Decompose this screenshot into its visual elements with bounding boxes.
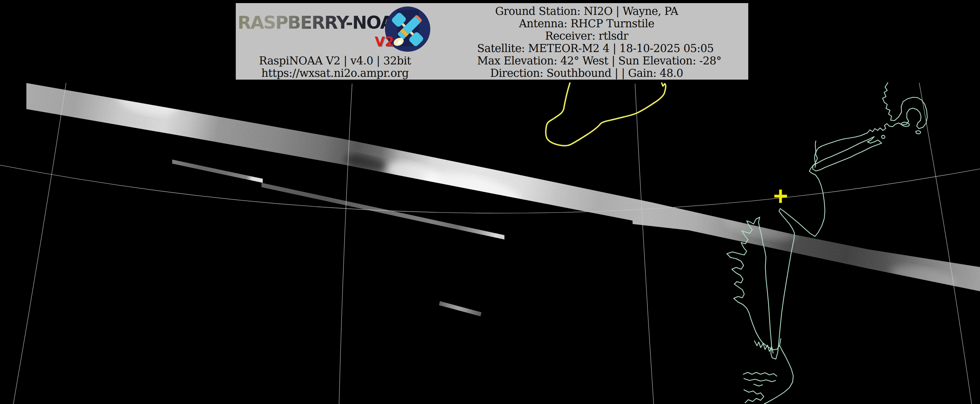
direction-gain-line: Direction: Southbound | | Gain: 48.0 — [477, 67, 696, 79]
capture-info-panel: RASPBERRY-NOAA V2 RaspiNOAA V2 | v4.0 | … — [236, 3, 748, 80]
ground-station-line: Ground Station: NI2O | Wayne, PA — [477, 5, 696, 17]
software-version-line: RaspiNOAA V2 | v4.0 | 32bit — [236, 54, 434, 67]
antenna-line: Antenna: RHCP Turnstile — [477, 17, 696, 30]
logo-version-badge: V2 — [375, 34, 394, 49]
receiver-line: Receiver: rtlsdr — [477, 30, 696, 42]
satellite-line: Satellite: METEOR-M2 4 | 18-10-2025 05:0… — [477, 42, 696, 54]
wxsat-capture-page: { "header": { "logo": { "wordmark": "RAS… — [0, 0, 980, 404]
branding-block: RASPBERRY-NOAA V2 RaspiNOAA V2 | v4.0 | … — [236, 3, 434, 80]
station-url: https://wxsat.ni2o.ampr.org — [236, 67, 434, 79]
raspberry-noaa-wordmark: RASPBERRY-NOAA — [238, 13, 399, 33]
elevation-line: Max Elevation: 42° West | Sun Elevation:… — [477, 54, 696, 67]
pass-info-block: Ground Station: NI2O | Wayne, PA Antenna… — [477, 5, 696, 79]
